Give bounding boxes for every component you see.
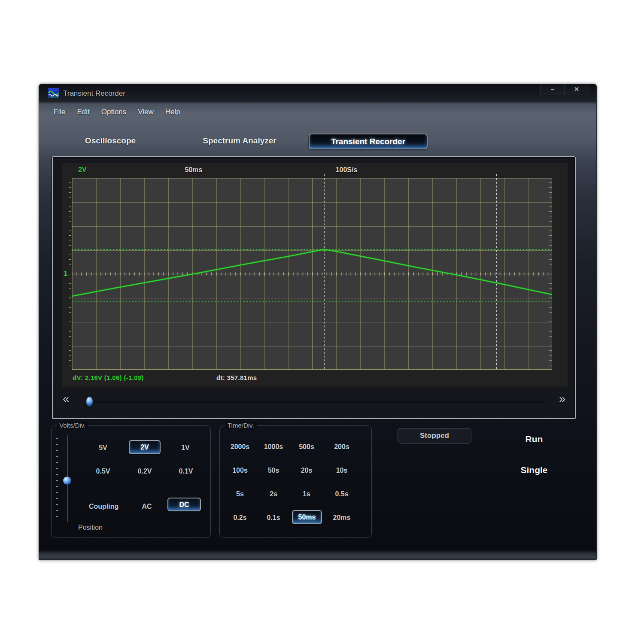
volts-option-0.2v[interactable]: 0.2V (133, 468, 157, 475)
volts-div-legend: Volts/Div. (57, 422, 88, 429)
single-button[interactable]: Single (508, 465, 560, 475)
menu-help[interactable]: Help (165, 108, 180, 116)
sample-rate-readout: 100S/s (331, 166, 362, 174)
plot-frame: 2V 50ms 100S/s 1 dV: 2.16V (1.06) (-1. (52, 156, 576, 419)
volts-option-0.1v[interactable]: 0.1V (174, 468, 198, 475)
scroll-left-button[interactable]: « (63, 392, 69, 405)
time-option-50ms-selected[interactable]: 50ms (292, 510, 322, 524)
menu-edit[interactable]: Edit (77, 108, 89, 116)
scroll-right-button[interactable]: » (559, 392, 565, 405)
menu-view[interactable]: View (138, 108, 154, 116)
time-option-20s[interactable]: 20s (289, 467, 324, 474)
position-slider-ticks (56, 438, 58, 522)
close-button[interactable]: ✕ (565, 84, 589, 95)
minimize-button[interactable]: – (541, 84, 565, 95)
time-option-20ms[interactable]: 20ms (325, 514, 359, 522)
time-div-readout: 50ms (181, 166, 207, 174)
volts-div-panel: Volts/Div. Position 5V 2V 1V 0.5V 0.2V 0… (51, 425, 211, 538)
time-option-1s[interactable]: 1s (289, 490, 324, 498)
time-option-5s[interactable]: 5s (223, 490, 257, 498)
app-icon (48, 87, 59, 99)
coupling-label: Coupling (89, 503, 118, 510)
tab-transient-recorder[interactable]: Transient Recorder (309, 134, 428, 149)
time-option-2s[interactable]: 2s (256, 490, 291, 498)
dt-cursor-readout: dt: 357.81ms (216, 374, 257, 381)
window-controls: – ✕ (541, 84, 589, 95)
time-option-1000s[interactable]: 1000s (256, 443, 291, 451)
acquisition-status-stopped[interactable]: Stopped (398, 428, 471, 444)
menu-file[interactable]: File (54, 108, 65, 116)
scroll-track[interactable] (87, 401, 544, 403)
position-label: Position (78, 524, 103, 532)
position-slider-thumb[interactable] (63, 477, 71, 485)
coupling-dc-selected[interactable]: DC (167, 498, 201, 511)
scroll-thumb[interactable] (86, 397, 93, 407)
trace-overlay (72, 178, 552, 370)
volts-option-0.5v[interactable]: 0.5V (91, 468, 115, 475)
volts-div-readout: 2V (78, 166, 87, 174)
time-option-100s[interactable]: 100s (223, 467, 257, 474)
volts-option-1v[interactable]: 1V (175, 444, 196, 452)
time-scroll-bar: « » (62, 389, 568, 416)
time-option-50s[interactable]: 50s (256, 467, 291, 474)
time-div-legend: Time/Div. (225, 422, 257, 429)
time-option-10s[interactable]: 10s (325, 467, 359, 474)
time-option-500s[interactable]: 500s (289, 443, 324, 451)
app-window: Transient Recorder – ✕ File Edit Options… (39, 84, 597, 560)
menu-options[interactable]: Options (101, 108, 127, 116)
left-axis-ticks (69, 178, 71, 370)
tab-oscilloscope[interactable]: Oscilloscope (80, 136, 140, 146)
volts-option-2v-selected[interactable]: 2V (129, 440, 161, 454)
oscilloscope-screen[interactable]: 2V 50ms 100S/s 1 dV: 2.16V (1.06) (-1. (62, 163, 568, 386)
time-option-200s[interactable]: 200s (325, 443, 359, 451)
channel1-trace (72, 249, 552, 296)
time-option-0.2s[interactable]: 0.2s (223, 514, 257, 522)
channel1-marker: 1 (64, 270, 67, 278)
tab-spectrum-analyzer[interactable]: Spectrum Analyzer (201, 136, 278, 146)
time-option-0.5s[interactable]: 0.5s (325, 490, 359, 498)
run-button[interactable]: Run (508, 434, 560, 444)
time-div-panel: Time/Div. 2000s 1000s 500s 200s 100s 50s… (219, 425, 372, 538)
coupling-ac-option[interactable]: AC (137, 503, 156, 510)
volts-option-5v[interactable]: 5V (92, 444, 114, 452)
title-bar[interactable]: Transient Recorder – ✕ (39, 84, 596, 103)
window-title: Transient Recorder (63, 89, 125, 98)
menu-bar: File Edit Options View Help (54, 106, 180, 118)
time-option-2000s[interactable]: 2000s (223, 443, 257, 451)
time-option-0.1s[interactable]: 0.1s (256, 514, 291, 522)
dv-cursor-readout: dV: 2.16V (1.06) (-1.09) (73, 374, 144, 381)
